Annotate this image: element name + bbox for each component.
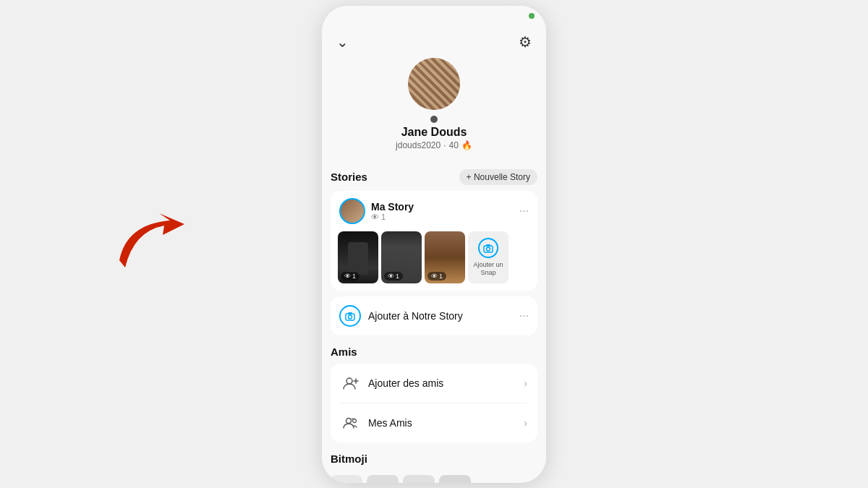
status-bar [322, 6, 546, 26]
mes-amis-left: Mes Amis [341, 413, 412, 433]
story-thumb-3[interactable]: 👁 1 [425, 231, 465, 283]
svg-point-2 [487, 247, 490, 251]
bitmoji-section-header: Bitmoji [331, 453, 537, 465]
story-header-left: Ma Story 👁 1 [339, 198, 519, 224]
notre-story-card[interactable]: Ajouter à Notre Story ··· [331, 296, 537, 335]
thumb1-views: 👁 1 [341, 272, 359, 281]
eye-icon-3: 👁 [431, 273, 438, 280]
eye-icon-1: 👁 [344, 273, 351, 280]
story-avatar [339, 198, 365, 224]
story-thumb-2[interactable]: 👁 1 [381, 231, 422, 283]
arrow-annotation [112, 210, 206, 278]
story-thumb-1[interactable]: 👁 1 [338, 231, 378, 283]
add-snap-label: Ajouter unSnap [473, 261, 503, 277]
stories-title: Stories [331, 171, 367, 183]
mes-amis-chevron: › [524, 417, 527, 429]
top-bar: ⌄ ⚙ [322, 26, 546, 58]
notre-story-label: Ajouter à Notre Story [368, 310, 463, 322]
story-dots-menu[interactable]: ··· [519, 205, 529, 218]
separator: · [443, 140, 446, 150]
view-count: 1 [381, 213, 386, 221]
count-2: 1 [396, 273, 399, 280]
mes-amis-icon [341, 413, 361, 433]
eye-icon: 👁 [371, 213, 379, 221]
bitmoji-previews [331, 471, 537, 483]
profile-handle: jdouds2020 · 40 🔥 [396, 140, 472, 150]
add-friends-label: Ajouter des amis [368, 377, 443, 389]
svg-rect-4 [348, 312, 352, 314]
eye-icon-2: 👁 [388, 273, 394, 280]
add-friends-icon [341, 373, 361, 393]
notre-story-dots[interactable]: ··· [519, 309, 529, 322]
notre-camera-svg [344, 311, 356, 321]
mes-amis-row[interactable]: Mes Amis › [331, 403, 537, 442]
online-status-dot [430, 116, 438, 123]
fire-icon: 🔥 [461, 140, 472, 150]
amis-section-header: Amis [331, 346, 537, 358]
camera-icon [478, 238, 498, 258]
new-story-button[interactable]: + Nouvelle Story [459, 169, 537, 185]
amis-title: Amis [331, 346, 357, 358]
avatar [408, 58, 460, 110]
svg-point-6 [346, 378, 352, 384]
bitmoji-item-2 [367, 475, 399, 483]
chevron-down-icon[interactable]: ⌄ [336, 33, 349, 51]
stories-section-header: Stories + Nouvelle Story [331, 169, 537, 185]
camera-svg [482, 243, 494, 253]
ma-story-card: Ma Story 👁 1 ··· 👁 1 [331, 191, 537, 291]
add-friends-left: Ajouter des amis [341, 373, 443, 393]
add-friends-chevron: › [524, 377, 527, 389]
bitmoji-item-1 [331, 475, 362, 483]
count-3: 1 [439, 273, 443, 280]
streak-count: 40 [449, 140, 459, 150]
notre-story-row[interactable]: Ajouter à Notre Story ··· [331, 296, 537, 335]
bitmoji-item-4 [439, 475, 471, 483]
add-snap-button[interactable]: Ajouter unSnap [468, 231, 509, 283]
red-arrow-svg [112, 210, 206, 275]
scroll-content[interactable]: Stories + Nouvelle Story Ma Story 👁 1 ··… [322, 159, 546, 483]
svg-rect-1 [486, 244, 490, 247]
profile-section: ⌄ ⚙ Jane Douds jdouds2020 · 40 🔥 [322, 26, 546, 159]
thumb3-views: 👁 1 [427, 272, 446, 281]
story-views: 👁 1 [371, 213, 519, 221]
battery-indicator [529, 13, 535, 19]
add-person-svg [343, 376, 359, 390]
thumb2-views: 👁 1 [384, 272, 403, 281]
story-name: Ma Story [371, 201, 519, 213]
count-1: 1 [352, 273, 356, 280]
bitmoji-item-3 [403, 475, 435, 483]
bitmoji-title: Bitmoji [331, 453, 367, 465]
amis-card: Ajouter des amis › [331, 364, 537, 442]
handle-text: jdouds2020 [396, 140, 441, 150]
notre-story-camera-icon [339, 305, 361, 327]
profile-name: Jane Douds [401, 126, 467, 139]
story-thumbnails: 👁 1 👁 1 👁 1 [331, 231, 537, 291]
ma-story-header: Ma Story 👁 1 ··· [331, 191, 537, 231]
settings-icon[interactable]: ⚙ [519, 33, 532, 51]
svg-point-9 [346, 418, 352, 423]
phone-container: ⌄ ⚙ Jane Douds jdouds2020 · 40 🔥 Stories… [322, 6, 546, 483]
svg-point-5 [349, 315, 352, 319]
avatar-image [408, 58, 460, 110]
add-friends-row[interactable]: Ajouter des amis › [331, 364, 537, 403]
notre-story-left: Ajouter à Notre Story [339, 305, 463, 327]
story-info: Ma Story 👁 1 [371, 201, 519, 221]
mes-amis-label: Mes Amis [368, 417, 412, 429]
svg-point-10 [353, 419, 357, 422]
friends-svg [343, 416, 359, 430]
